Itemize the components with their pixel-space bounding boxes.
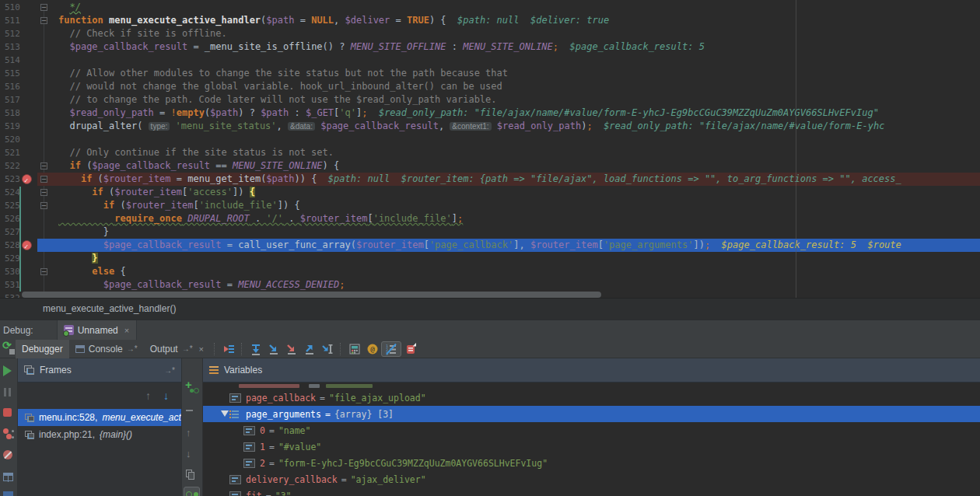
- code-line-528[interactable]: 528 $page_callback_result = call_user_fu…: [0, 239, 980, 252]
- code-line-526[interactable]: 526 require_once DRUPAL_ROOT . '/' . $ro…: [0, 212, 980, 225]
- gutter[interactable]: 526: [0, 212, 58, 225]
- restore-layout-button[interactable]: [3, 473, 13, 481]
- breakpoint-settings-button[interactable]: [401, 341, 419, 357]
- debug-session-tab[interactable]: Unnamed ×: [57, 320, 137, 340]
- gutter[interactable]: 524–: [0, 186, 58, 199]
- gutter[interactable]: 510–: [0, 1, 58, 14]
- move-watch-up-button[interactable]: ↑: [186, 427, 191, 438]
- gutter[interactable]: 515: [0, 67, 58, 80]
- inline-values-at-button[interactable]: @: [363, 341, 381, 357]
- add-watch-button[interactable]: +: [186, 382, 198, 393]
- code-line-522[interactable]: 522– if ($page_callback_result == MENU_S…: [0, 159, 980, 173]
- evaluate-expression-button[interactable]: [345, 341, 363, 357]
- gutter[interactable]: 530–: [0, 265, 58, 278]
- gutter[interactable]: 520: [0, 133, 58, 146]
- code-line-521[interactable]: 521 // Only continue if the site status …: [0, 146, 980, 159]
- show-watches-button[interactable]: [184, 487, 200, 496]
- gutter[interactable]: 522–: [0, 159, 58, 173]
- gutter[interactable]: 513: [0, 40, 58, 54]
- show-execution-point-button[interactable]: [219, 341, 237, 357]
- code-editor[interactable]: 510– */511–function menu_execute_active_…: [0, 0, 980, 298]
- code-text: [58, 54, 980, 67]
- pin-icon[interactable]: →*: [164, 366, 175, 375]
- breakpoint-icon[interactable]: [22, 240, 32, 250]
- code-line-518[interactable]: 518 $read_only_path = !empty($path) ? $p…: [0, 107, 980, 120]
- variable-row-1[interactable]: 1="#value": [203, 438, 980, 455]
- close-icon[interactable]: ×: [124, 326, 129, 335]
- move-watch-down-button[interactable]: ↓: [186, 448, 191, 459]
- step-out-button[interactable]: [300, 341, 318, 357]
- code-line-523[interactable]: 523– if ($router_item = menu_get_item($p…: [0, 173, 980, 186]
- gutter[interactable]: 525–: [0, 199, 58, 212]
- stop-button[interactable]: [3, 408, 12, 417]
- frame-down-icon[interactable]: ↓: [163, 389, 169, 402]
- fold-marker-icon[interactable]: –: [40, 268, 47, 275]
- variable-row-fit[interactable]: fit="3": [203, 487, 980, 496]
- gutter[interactable]: 516: [0, 80, 58, 93]
- step-into-button[interactable]: [264, 341, 282, 357]
- code-line-514[interactable]: 514: [0, 54, 980, 67]
- rerun-button[interactable]: ⟳: [2, 341, 16, 355]
- variable-row-page_arguments[interactable]: page_arguments={array} [3]: [203, 406, 980, 422]
- code-line-527[interactable]: 527 }: [0, 225, 980, 239]
- code-line-510[interactable]: 510– */: [0, 1, 980, 14]
- code-line-530[interactable]: 530– else {: [0, 265, 980, 278]
- code-line-517[interactable]: 517 // to change the path. Code later wi…: [0, 93, 980, 107]
- tab-debugger[interactable]: Debugger: [16, 340, 69, 358]
- gutter[interactable]: 528: [0, 239, 58, 252]
- gutter[interactable]: 518: [0, 107, 58, 120]
- code-line-513[interactable]: 513 $page_callback_result = _menu_site_i…: [0, 40, 980, 54]
- variable-row-page_callback[interactable]: page_callback="file_ajax_upload": [203, 389, 980, 406]
- gutter[interactable]: 512: [0, 27, 58, 40]
- code-line-524[interactable]: 524– if ($router_item['access']) {: [0, 186, 980, 199]
- remove-watch-button[interactable]: [186, 410, 193, 411]
- code-line-516[interactable]: 516 // would not change the global varia…: [0, 80, 980, 93]
- code-line-529[interactable]: 529 }: [0, 252, 980, 265]
- frame-up-icon[interactable]: ↑: [145, 389, 151, 402]
- gutter[interactable]: 527: [0, 225, 58, 239]
- copy-value-button[interactable]: [186, 470, 194, 478]
- variable-row-delivery_callback[interactable]: delivery_callback="ajax_deliver": [203, 471, 980, 487]
- code-line-511[interactable]: 511–function menu_execute_active_handler…: [0, 14, 980, 27]
- fold-marker-icon[interactable]: –: [40, 162, 47, 169]
- gutter[interactable]: 511–: [0, 14, 58, 27]
- breadcrumb-method[interactable]: menu_execute_active_handler(): [43, 303, 176, 314]
- breakpoint-icon[interactable]: [22, 174, 32, 184]
- view-breakpoints-button[interactable]: [3, 428, 15, 440]
- menu-icon[interactable]: [209, 366, 219, 374]
- run-to-cursor-button[interactable]: [318, 341, 336, 357]
- force-step-into-button[interactable]: [282, 341, 300, 357]
- gutter[interactable]: 519: [0, 120, 58, 133]
- frame-row[interactable]: menu.inc:528, menu_execute_active_handle…: [18, 409, 181, 426]
- tab-output[interactable]: Output →* ×: [144, 340, 210, 358]
- mute-breakpoints-stripe-button[interactable]: [3, 450, 12, 459]
- gutter[interactable]: 517: [0, 93, 58, 107]
- code-line-512[interactable]: 512 // Check if site is offline.: [0, 27, 980, 40]
- code-line-519[interactable]: 519 drupal_alter( type: 'menu_site_statu…: [0, 120, 980, 133]
- horizontal-scrollbar[interactable]: [22, 292, 601, 298]
- gutter[interactable]: 529: [0, 252, 58, 265]
- step-over-button[interactable]: [247, 341, 264, 357]
- code-line-525[interactable]: 525– if ($router_item['include_file']) {: [0, 199, 980, 212]
- gutter[interactable]: 523–: [0, 173, 58, 186]
- mute-breakpoints-button[interactable]: 1 2 3: [381, 341, 401, 357]
- code-line-531[interactable]: 531 $page_callback_result = MENU_ACCESS_…: [0, 278, 980, 292]
- gutter[interactable]: 531: [0, 278, 58, 292]
- fold-marker-icon[interactable]: –: [40, 17, 47, 24]
- gutter[interactable]: 514: [0, 54, 58, 67]
- code-line-515[interactable]: 515 // Allow other modules to change the…: [0, 67, 980, 80]
- code-line-520[interactable]: 520: [0, 133, 980, 146]
- gutter[interactable]: 521: [0, 146, 58, 159]
- fold-marker-icon[interactable]: –: [40, 189, 47, 196]
- fold-marker-icon[interactable]: –: [40, 4, 47, 11]
- variable-row-0[interactable]: 0="name": [203, 422, 980, 438]
- fold-marker-icon[interactable]: –: [40, 202, 47, 209]
- resume-button[interactable]: [3, 365, 12, 376]
- partial-icon[interactable]: [3, 491, 13, 496]
- frame-row[interactable]: index.php:21, {main}(): [18, 426, 181, 443]
- variable-row-2[interactable]: 2="form-E-yhcJ-Eg9bcCGuC39MZZqUuZm0AYGV6…: [203, 455, 980, 471]
- fold-marker-icon[interactable]: –: [40, 176, 47, 183]
- pause-button[interactable]: [3, 388, 12, 396]
- expander-icon[interactable]: [221, 410, 229, 417]
- tab-console[interactable]: Console →*: [69, 340, 144, 358]
